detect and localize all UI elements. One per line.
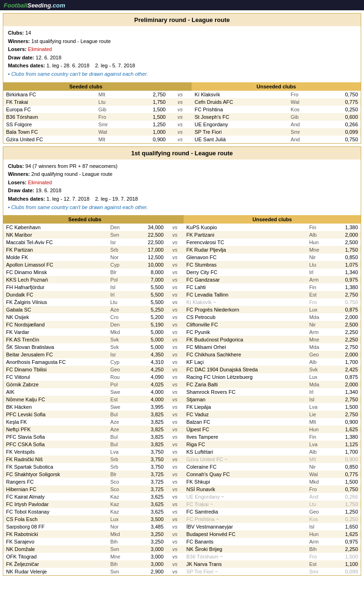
unseeded-coeff: 0,750 xyxy=(321,136,361,143)
unseeded-name: FC Trakai ~ xyxy=(184,500,307,508)
vs-cell: vs xyxy=(168,91,192,98)
unseeded-name: FC Gandzasar xyxy=(184,276,307,283)
table-row: NK Osijek Cro 5,200 vs CS Petrocub Mda 2… xyxy=(3,313,361,321)
vs-cell: vs xyxy=(166,343,184,351)
section-title: 1st qualifying round - League route xyxy=(3,147,361,159)
seeded-name: FK Žalgiris Vilnius xyxy=(3,298,107,306)
vs-cell: vs xyxy=(166,448,184,456)
table-row: NK Domžale Svn 3,000 vs NK Široki Brijeg… xyxy=(3,545,361,553)
unseeded-name: UE Engordany ~ xyxy=(184,493,307,500)
table-row: FK Sarajevo Bih 3,250 vs FC Banants Arm … xyxy=(3,538,361,545)
unseeded-name: Újpest FC xyxy=(184,426,307,433)
section-info: Clubs: 14 Winners: 1st qualifying round … xyxy=(3,26,361,80)
seeded-coeff: 3,000 xyxy=(132,545,166,553)
vs-cell: vs xyxy=(166,500,184,508)
table-row: FK Žalgiris Vilnius Ltu 5,500 vs Kí Klak… xyxy=(3,298,361,306)
seeded-coeff: 7,000 xyxy=(132,276,166,283)
vs-cell: vs xyxy=(166,276,184,283)
unseeded-coeff: 1,500 xyxy=(331,403,361,411)
seeded-coeff: 3,725 xyxy=(132,486,166,493)
unseeded-coeff: 0,875 xyxy=(331,373,361,381)
unseeded-coeff: 1,500 xyxy=(331,478,361,486)
unseeded-country: Fro xyxy=(307,553,331,560)
section-first_qualifying: 1st qualifying round - League route Club… xyxy=(3,146,361,576)
table-header-row: Seeded clubsUnseeded clubs xyxy=(3,215,361,224)
unseeded-coeff: 1,250 xyxy=(331,508,361,515)
unseeded-name: Riga FC xyxy=(184,441,307,448)
seeded-name: NK Domžale xyxy=(3,545,107,553)
vs-cell: vs xyxy=(166,568,184,575)
vs-cell: vs xyxy=(166,396,184,403)
unseeded-country: Fin xyxy=(307,433,331,441)
table-row: FK Radnički Niš Srb 3,750 vs Gżira Unite… xyxy=(3,456,361,463)
table-row: OFK Titograd Mne 3,000 vs B36 Tórshavn ~… xyxy=(3,553,361,560)
seeded-name: Molde FK xyxy=(3,254,107,261)
seeded-name: Bala Town FC xyxy=(3,128,96,136)
unseeded-coeff: 0,099 xyxy=(331,568,361,575)
unseeded-coeff: 1,340 xyxy=(331,268,361,276)
unseeded-country: Smr xyxy=(288,128,321,136)
seeded-name: FC Shakhtyor Soligorsk xyxy=(3,471,107,478)
unseeded-country: And xyxy=(288,136,321,143)
table-row: FC København Den 34,000 vs KuPS Kuopio F… xyxy=(3,224,361,231)
seeded-name: Gabala SC xyxy=(3,306,107,313)
unseeded-country: Hun xyxy=(307,530,331,538)
vs-cell: vs xyxy=(166,246,184,254)
unseeded-name: Coleraine FC xyxy=(184,463,307,471)
table-row: ŠK Slovan Bratislava Svk 5,000 vs FC Mil… xyxy=(3,343,361,351)
seeded-coeff: 3,995 xyxy=(132,403,166,411)
last-update xyxy=(355,3,360,8)
table-row: Molde FK Nor 12,500 vs Glenavon FC Nir 0… xyxy=(3,254,361,261)
unseeded-coeff: 0,750 xyxy=(321,91,361,98)
unseeded-name: CS Petrocub xyxy=(184,313,307,321)
table-row: Bala Town FC Wal 1,000 vs SP Tre Fiori S… xyxy=(3,128,361,136)
unseeded-country: Arm xyxy=(307,538,331,545)
seeded-country: Mlt xyxy=(96,91,128,98)
unseeded-coeff: 2,250 xyxy=(331,328,361,336)
seeded-country: Gib xyxy=(96,106,128,113)
unseeded-name: Gżira United FC ~ xyxy=(184,456,307,463)
unseeded-name: Connah's Quay FC xyxy=(184,471,307,478)
seeded-coeff: 5,000 xyxy=(132,336,166,343)
unseeded-coeff: 1,625 xyxy=(331,426,361,433)
table-row: FK Partizan Srb 17,000 vs FK Rudar Pljev… xyxy=(3,246,361,254)
table-row: FC Tobol Kostanay Kaz 3,625 vs FC Samtre… xyxy=(3,508,361,515)
unseeded-coeff: 1,380 xyxy=(331,224,361,231)
unseeded-country: Arm xyxy=(307,276,331,283)
unseeded-coeff: 0,775 xyxy=(321,98,361,106)
seeded-country: Mkd xyxy=(107,530,132,538)
vs-cell: vs xyxy=(166,336,184,343)
seeded-name: Maccabi Tel-Aviv FC xyxy=(3,239,107,246)
unseeded-country: Geo xyxy=(307,351,331,358)
seeded-country: Isl xyxy=(107,283,132,291)
vs-cell: vs xyxy=(166,493,184,500)
unseeded-coeff: 0,875 xyxy=(331,306,361,313)
unseeded-name: KS Luftëtari xyxy=(184,448,307,456)
seeded-name: FK Ventspils xyxy=(3,448,107,456)
seeded-coeff: 4,090 xyxy=(132,373,166,381)
unseeded-coeff: 0,266 xyxy=(331,493,361,500)
vs-cell: vs xyxy=(166,298,184,306)
logo-football: Football xyxy=(4,2,28,9)
vs-header xyxy=(166,215,184,224)
seeded-country: Cyp xyxy=(107,358,132,366)
clubs-line: Clubs: 94 (7 winners from PR + 87 newcom… xyxy=(8,162,356,171)
vs-cell: vs xyxy=(166,418,184,426)
matches-dates-line: Matches dates: 1. leg - 12. 7. 2018 2. l… xyxy=(8,195,356,203)
seeded-name: Dundalk FC xyxy=(3,291,107,298)
unseeded-coeff: 2,750 xyxy=(331,291,361,298)
seeded-country: Srb xyxy=(107,246,132,254)
vs-cell: vs xyxy=(166,388,184,396)
table-row: FC Kairat Almaty Kaz 3,625 vs UE Engorda… xyxy=(3,493,361,500)
seeded-coeff: 1,000 xyxy=(128,128,169,136)
vs-cell: vs xyxy=(166,291,184,298)
seeded-name: Gżira United FC xyxy=(3,136,96,143)
vs-cell: vs xyxy=(166,254,184,261)
seeded-name: Anorthosis Famagusta FC xyxy=(3,358,107,366)
table-row: Anorthosis Famagusta FC Cyp 4,310 vs KF … xyxy=(3,358,361,366)
unseeded-country: Hun xyxy=(307,426,331,433)
seeded-country: Smr xyxy=(96,121,128,128)
unseeded-coeff: 2,000 xyxy=(331,231,361,239)
table-row: Gabala SC Aze 5,250 vs FC Progrès Nieder… xyxy=(3,306,361,313)
unseeded-country: Wal xyxy=(288,98,321,106)
